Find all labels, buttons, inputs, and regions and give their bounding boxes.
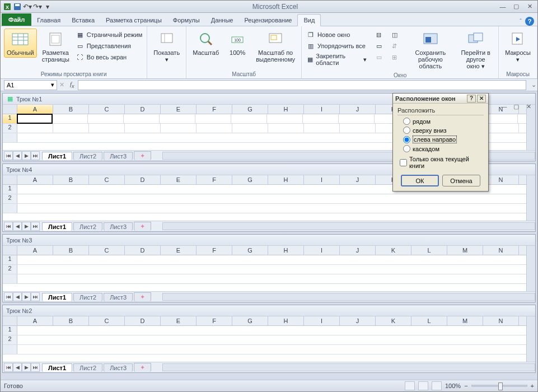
col-header[interactable]: L: [411, 316, 447, 325]
col-header[interactable]: M: [447, 246, 483, 255]
switch-windows-button[interactable]: Перейти в другое окно ▾: [456, 29, 495, 71]
cell[interactable]: [88, 114, 124, 123]
first-sheet-button[interactable]: ⏮: [4, 363, 13, 372]
col-header[interactable]: C: [89, 316, 125, 325]
minimize-button[interactable]: —: [498, 3, 507, 11]
first-sheet-button[interactable]: ⏮: [4, 292, 13, 301]
row-header[interactable]: [3, 204, 17, 213]
sheet-tab[interactable]: Лист1: [42, 363, 72, 372]
sheet-tab[interactable]: Лист3: [104, 293, 133, 301]
cell-a1[interactable]: [17, 114, 53, 124]
sheet-tab[interactable]: Лист2: [73, 293, 102, 301]
macros-button[interactable]: Макросы▾: [502, 29, 534, 64]
vertical-scrollbar[interactable]: [526, 105, 535, 150]
normal-view-button[interactable]: Обычный: [4, 29, 37, 58]
tab-home[interactable]: Главная: [31, 15, 66, 26]
col-header[interactable]: D: [125, 175, 161, 184]
sheet-tab[interactable]: Лист2: [73, 222, 102, 231]
row-header[interactable]: 1: [3, 114, 17, 123]
row-header[interactable]: [3, 274, 17, 283]
sheet-tab[interactable]: Лист3: [104, 363, 133, 372]
cell[interactable]: [267, 114, 303, 123]
zoom-in-button[interactable]: +: [531, 382, 534, 389]
horizontal-scrollbar[interactable]: [162, 222, 535, 230]
col-header[interactable]: N: [483, 316, 519, 325]
col-header[interactable]: E: [161, 246, 197, 255]
split-button[interactable]: ⊟: [373, 30, 385, 40]
prev-sheet-button[interactable]: ◀: [13, 363, 22, 372]
qat-customize-icon[interactable]: ▾: [43, 2, 52, 11]
radio-tiled[interactable]: рядом: [403, 118, 484, 125]
row-header[interactable]: 2: [3, 124, 17, 133]
page-break-status-button[interactable]: [432, 381, 442, 390]
col-header[interactable]: H: [268, 316, 304, 325]
zoom-100-button[interactable]: 100 100%: [224, 29, 251, 58]
prev-sheet-button[interactable]: ◀: [13, 222, 22, 231]
show-button[interactable]: Показать▾: [151, 29, 183, 64]
full-screen-button[interactable]: ⛶Во весь экран: [74, 52, 144, 62]
row-header[interactable]: 2: [3, 335, 17, 344]
col-header[interactable]: B: [53, 175, 89, 184]
col-header[interactable]: G: [232, 175, 268, 184]
last-sheet-button[interactable]: ⏭: [31, 363, 40, 372]
col-header[interactable]: J: [340, 175, 376, 184]
col-header[interactable]: A: [17, 105, 53, 114]
cell[interactable]: [52, 114, 88, 123]
wb-minimize-button[interactable]: —: [499, 102, 508, 110]
col-header[interactable]: A: [17, 316, 53, 325]
unhide-button[interactable]: ▭: [373, 52, 385, 62]
col-header[interactable]: C: [89, 105, 125, 114]
new-sheet-button[interactable]: ✦: [134, 151, 151, 160]
first-sheet-button[interactable]: ⏮: [4, 222, 13, 231]
cell[interactable]: [304, 124, 340, 133]
row-header[interactable]: 2: [3, 194, 17, 203]
vertical-scrollbar[interactable]: [526, 316, 535, 362]
zoom-level[interactable]: 100%: [445, 382, 461, 389]
zoom-selection-button[interactable]: Масштаб по выделенному: [253, 29, 298, 64]
row-header[interactable]: 1: [3, 185, 17, 194]
side-by-side-button[interactable]: ◫: [389, 30, 400, 40]
radio-vertical[interactable]: слева направо: [403, 136, 484, 143]
col-header[interactable]: I: [304, 175, 340, 184]
cell[interactable]: [160, 114, 195, 123]
tab-formulas[interactable]: Формулы: [167, 15, 205, 26]
next-sheet-button[interactable]: ▶: [22, 151, 31, 160]
cell[interactable]: [197, 124, 232, 133]
prev-sheet-button[interactable]: ◀: [13, 151, 22, 160]
next-sheet-button[interactable]: ▶: [22, 292, 31, 301]
col-header[interactable]: M: [447, 316, 483, 325]
hide-button[interactable]: ▭: [373, 41, 385, 51]
page-break-preview-button[interactable]: ▦Страничный режим: [74, 30, 144, 40]
dialog-help-button[interactable]: ?: [467, 95, 476, 102]
sheet-tab[interactable]: Лист3: [104, 222, 133, 231]
sync-scroll-button[interactable]: ⇵: [389, 41, 400, 51]
custom-views-button[interactable]: ▭Представления: [74, 41, 144, 51]
zoom-slider[interactable]: [471, 385, 527, 387]
select-all-corner[interactable]: [3, 105, 17, 114]
maximize-button[interactable]: ▢: [512, 3, 521, 11]
sheet-tab[interactable]: Лист1: [42, 222, 72, 231]
undo-icon[interactable]: ↶▾: [23, 2, 32, 11]
col-header[interactable]: A: [17, 175, 53, 184]
close-button[interactable]: ✕: [525, 3, 534, 11]
namebox-dropdown-icon[interactable]: ▾: [51, 81, 54, 88]
cell[interactable]: [17, 124, 53, 133]
tab-data[interactable]: Данные: [205, 15, 239, 26]
name-box[interactable]: A1 ▾: [4, 80, 57, 90]
cell[interactable]: [53, 124, 89, 133]
next-sheet-button[interactable]: ▶: [22, 363, 31, 372]
reset-pos-button[interactable]: ⊞: [389, 52, 400, 62]
col-header[interactable]: K: [376, 316, 411, 325]
col-header[interactable]: J: [340, 246, 376, 255]
col-header[interactable]: I: [304, 316, 340, 325]
col-header[interactable]: L: [411, 246, 447, 255]
cell[interactable]: [124, 114, 160, 123]
save-icon[interactable]: [13, 2, 22, 11]
cell[interactable]: [195, 114, 231, 123]
sheet-tab[interactable]: Лист2: [73, 152, 102, 160]
cell[interactable]: [89, 124, 125, 133]
new-sheet-button[interactable]: ✦: [134, 363, 151, 372]
col-header[interactable]: D: [125, 105, 161, 114]
select-all-corner[interactable]: [3, 175, 17, 184]
col-header[interactable]: B: [53, 105, 89, 114]
